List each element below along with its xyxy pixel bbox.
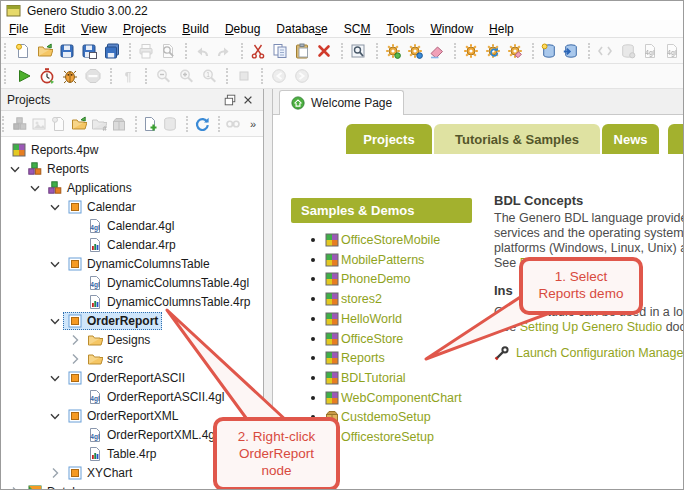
save-as-button[interactable] [78, 40, 100, 62]
sample-link-reports[interactable]: Reports [311, 349, 385, 367]
code-view-button[interactable] [594, 40, 616, 62]
paste-button[interactable] [291, 40, 313, 62]
import-project-button[interactable] [560, 40, 582, 62]
menu-projects[interactable]: Projects [115, 22, 174, 36]
build-button[interactable] [381, 40, 403, 62]
close-panel-button[interactable] [239, 91, 257, 109]
zoom-in-button[interactable] [174, 65, 197, 87]
sample-link-officestoremobile[interactable]: OfficeStoreMobile [311, 231, 440, 249]
chevron-down-icon[interactable] [47, 256, 63, 272]
chevron-down-icon[interactable] [27, 180, 43, 196]
tree-item-calendar-4gl[interactable]: 4glCalendar.4gl [1, 216, 263, 235]
tree-item-applications[interactable]: Applications [1, 178, 263, 197]
menu-scm[interactable]: SCM [336, 22, 379, 36]
chevron-down-icon[interactable] [47, 370, 63, 386]
rebuild-button[interactable] [404, 40, 426, 62]
welcome-tab-tutorials-samples[interactable]: Tutorials & Samples [434, 124, 600, 154]
break-button[interactable] [232, 65, 255, 87]
launch-configuration-management-link[interactable]: Launch Configuration Management [516, 346, 683, 360]
new-project-button[interactable] [538, 40, 560, 62]
chevron-right-icon[interactable] [47, 465, 63, 481]
new-item-button[interactable] [49, 113, 69, 135]
new-group-button[interactable] [10, 113, 30, 135]
sample-link-phonedemo[interactable]: PhoneDemo [311, 270, 411, 288]
tree-item-calendar-4rp[interactable]: Calendar.4rp [1, 235, 263, 254]
chevron-down-icon[interactable] [47, 408, 63, 424]
sample-link-webcomponentchart[interactable]: WebComponentChart [311, 389, 462, 407]
folder-config-button[interactable]: # [89, 113, 109, 135]
tree-item-orderreportascii-4gl[interactable]: 4glOrderReportASCII.4gl [1, 387, 263, 406]
menu-view[interactable]: View [73, 22, 115, 36]
add-file-button[interactable] [140, 113, 160, 135]
rebuild-all-button[interactable] [482, 40, 504, 62]
chevron-right-icon[interactable] [7, 484, 23, 490]
undo-button[interactable] [191, 40, 213, 62]
run-4gl-button[interactable]: 4gl [661, 40, 683, 62]
zoom-100-button[interactable]: 1 [197, 65, 220, 87]
open-button[interactable] [34, 40, 56, 62]
sample-link-officestore[interactable]: OfficeStore [311, 330, 403, 348]
tree-item-dynamiccolumnstable-4rp[interactable]: DynamicColumnsTable.4rp [1, 292, 263, 311]
save-all-button[interactable] [100, 40, 122, 62]
refresh-button[interactable] [192, 113, 212, 135]
menu-build[interactable]: Build [174, 22, 217, 36]
welcome-tab-projects[interactable]: Projects [346, 124, 432, 154]
meta-schema-button[interactable] [617, 40, 639, 62]
menu-help[interactable]: Help [481, 22, 522, 36]
save-button[interactable] [56, 40, 78, 62]
tree-item-calendar[interactable]: Calendar [1, 197, 263, 216]
forward-button[interactable] [290, 65, 313, 87]
sample-link-bdltutorial[interactable]: BDLTutorial [311, 369, 406, 387]
chevron-right-icon[interactable] [67, 332, 83, 348]
dependencies-button[interactable] [223, 113, 243, 135]
chevron-down-icon[interactable] [47, 199, 63, 215]
menu-edit[interactable]: Edit [36, 22, 73, 36]
menu-debug[interactable]: Debug [217, 22, 268, 36]
tree-item-orderreportascii[interactable]: OrderReportASCII [1, 368, 263, 387]
debug-button[interactable] [58, 65, 81, 87]
setup-genero-studio-link[interactable]: Setting Up Genero Studio [520, 320, 662, 334]
find-in-files-button[interactable] [347, 40, 369, 62]
menu-database[interactable]: Database [268, 22, 335, 36]
build-all-button[interactable] [460, 40, 482, 62]
preview-button[interactable] [29, 113, 49, 135]
clean-button[interactable] [426, 40, 448, 62]
cut-button[interactable] [247, 40, 269, 62]
tree-item-dynamiccolumnstable[interactable]: DynamicColumnsTable [1, 254, 263, 273]
menu-tools[interactable]: Tools [378, 22, 422, 36]
print-button[interactable] [135, 40, 157, 62]
sample-link-helloworld[interactable]: HelloWorld [311, 310, 402, 328]
copy-button[interactable] [269, 40, 291, 62]
menu-window[interactable]: Window [422, 22, 481, 36]
sample-link-stores2[interactable]: stores2 [311, 290, 382, 308]
tree-item-reports[interactable]: Reports [1, 159, 263, 178]
profile-button[interactable] [35, 65, 58, 87]
sample-link-mobilepatterns[interactable]: MobilePatterns [311, 251, 424, 269]
back-button[interactable] [267, 65, 290, 87]
stop-button[interactable] [81, 65, 104, 87]
formatting-marks-button[interactable]: ¶ [116, 65, 139, 87]
tree-item-orderreport[interactable]: OrderReport [1, 311, 263, 330]
float-panel-button[interactable] [221, 91, 239, 109]
print-preview-button[interactable] [157, 40, 179, 62]
new-file-button[interactable] [12, 40, 34, 62]
delete-button[interactable] [313, 40, 335, 62]
more-button[interactable]: » [243, 113, 263, 135]
tree-item-src[interactable]: src [1, 349, 263, 368]
tab-welcome-page[interactable]: Welcome Page [279, 90, 404, 115]
database-button[interactable] [160, 113, 180, 135]
tree-item-dynamiccolumnstable-4gl[interactable]: 4glDynamicColumnsTable.4gl [1, 273, 263, 292]
run-button[interactable] [12, 65, 35, 87]
menu-file[interactable]: File [1, 22, 36, 36]
open-file-button[interactable] [69, 113, 89, 135]
compile-4gl-button[interactable]: 4gl [639, 40, 661, 62]
chevron-down-icon[interactable] [7, 161, 23, 177]
chevron-right-icon[interactable] [67, 351, 83, 367]
package-node-button[interactable] [109, 113, 129, 135]
redo-button[interactable] [213, 40, 235, 62]
welcome-tab-partial[interactable]: S [668, 124, 683, 154]
zoom-out-button[interactable] [151, 65, 174, 87]
chevron-down-icon[interactable] [47, 313, 63, 329]
welcome-tab-news[interactable]: News [602, 124, 659, 154]
tree-item-designs[interactable]: Designs [1, 330, 263, 349]
